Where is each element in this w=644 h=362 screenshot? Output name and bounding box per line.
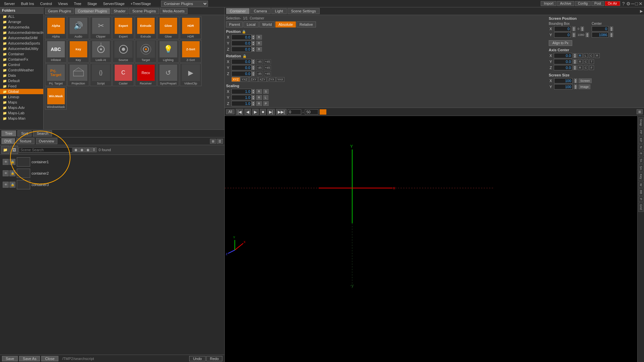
- shader-tab[interactable]: Shader: [111, 8, 128, 14]
- scale-z-r-btn[interactable]: R: [256, 101, 262, 106]
- scale-z-input[interactable]: [231, 101, 252, 106]
- scale-y-down[interactable]: ▼: [252, 98, 255, 100]
- ac-z-f-btn[interactable]: F: [589, 65, 594, 70]
- align-px-btn[interactable]: Align to Px: [549, 40, 572, 46]
- plugin-audio[interactable]: 🔊 Audio: [67, 16, 89, 39]
- plugin-lighting[interactable]: 💡 Lighting: [157, 40, 179, 63]
- view-grid2-btn[interactable]: ▦: [79, 147, 85, 152]
- bb-y-input[interactable]: [554, 32, 571, 38]
- container-plugins-tab[interactable]: Container Plugins: [75, 8, 110, 14]
- p-btn[interactable]: P: [638, 196, 644, 202]
- bb-x-up[interactable]: ▲: [572, 26, 576, 29]
- stop-btn[interactable]: ■: [260, 109, 266, 115]
- ac-z-up[interactable]: ▲: [573, 65, 577, 68]
- save-btn[interactable]: Save: [2, 356, 18, 361]
- view-grid1-btn[interactable]: ▦: [73, 147, 79, 152]
- plugin-syncprepart[interactable]: ↺ SyncPrepart: [157, 63, 179, 86]
- menu-views[interactable]: Views: [55, 1, 70, 6]
- rot-y-down[interactable]: ▼: [252, 68, 255, 70]
- ac-x-r2-btn[interactable]: R: [595, 53, 600, 58]
- plugin-prjtarget[interactable]: Prj.Target Prj. Target: [45, 63, 67, 86]
- plugin-receiver[interactable]: Recv Receiver: [135, 63, 157, 86]
- scale-x-up[interactable]: ▲: [252, 89, 255, 92]
- scale-x-down[interactable]: ▼: [252, 92, 255, 94]
- import-btn[interactable]: Import: [541, 1, 556, 6]
- grid-btn[interactable]: Grid: [638, 202, 644, 212]
- rot-x-down[interactable]: ▼: [252, 62, 255, 64]
- pos-x-up[interactable]: ▲: [252, 35, 255, 37]
- bb-y2-down[interactable]: ▼: [586, 35, 589, 37]
- all-viewport-btn[interactable]: All: [226, 109, 234, 114]
- folder-item-astucemediainteractive[interactable]: 📁AstucemediaInteractive: [0, 30, 43, 35]
- ac-y-r-btn[interactable]: R: [578, 59, 583, 64]
- scene-plugins-tab[interactable]: Scene Plugins: [129, 8, 159, 14]
- zyx-btn[interactable]: ZYX: [267, 77, 276, 82]
- folder-item-data[interactable]: 📁Data: [0, 73, 43, 78]
- ta-btn[interactable]: TA: [638, 157, 644, 164]
- plugin-hdr[interactable]: HDR HDR: [180, 16, 202, 39]
- center-x-up[interactable]: ▲: [610, 26, 613, 29]
- view-list-btn[interactable]: ☰: [91, 147, 97, 152]
- folder-item-astucemediashm[interactable]: 📁AstucemediaSHM: [0, 35, 43, 41]
- sort-tab[interactable]: Sort: [17, 130, 32, 136]
- pos-x-input[interactable]: [231, 35, 252, 40]
- keyframe-indicator[interactable]: [320, 109, 326, 115]
- bb-x-input[interactable]: [554, 26, 571, 32]
- center-y-input[interactable]: [592, 32, 608, 38]
- ac-z-c-btn[interactable]: C: [584, 65, 589, 70]
- settings-icon[interactable]: ⚙: [626, 1, 631, 6]
- center-y-down[interactable]: ▼: [610, 35, 613, 37]
- ac-x-input[interactable]: [554, 53, 572, 58]
- yxz-btn[interactable]: YXZ: [240, 77, 249, 82]
- scale-z-up[interactable]: ▲: [252, 101, 255, 104]
- scale-x-r-btn[interactable]: R: [256, 89, 262, 94]
- folder-item-default[interactable]: 📁Default: [0, 78, 43, 83]
- prev-key-btn[interactable]: |◀: [236, 109, 243, 115]
- n-btn[interactable]: N: [638, 144, 644, 150]
- rot-z-input[interactable]: [231, 71, 252, 76]
- folder-item-maps-man[interactable]: 📁Maps-Man: [0, 116, 43, 121]
- rot-x-input[interactable]: [231, 59, 252, 64]
- media-view-btn2[interactable]: ☰: [217, 139, 223, 144]
- plugin-target[interactable]: Target: [135, 40, 157, 63]
- post-btn[interactable]: Post: [591, 1, 604, 6]
- expand-viewport-btn[interactable]: ⊞: [637, 109, 643, 114]
- plugin-glow[interactable]: Glow Glow: [157, 16, 179, 39]
- kp-btn[interactable]: KP: [638, 136, 644, 144]
- frame-end-input[interactable]: [305, 109, 318, 115]
- plugin-lookat[interactable]: Look-At: [90, 40, 112, 63]
- center-x-input[interactable]: [592, 26, 608, 32]
- rot-z-down[interactable]: ▼: [252, 74, 255, 76]
- camera-tab[interactable]: Camera: [250, 8, 271, 14]
- rot-y-up[interactable]: ▲: [252, 65, 255, 68]
- menu-builtins[interactable]: Built Ins: [18, 1, 37, 6]
- ac-z-r-btn[interactable]: R: [578, 65, 583, 70]
- relative-btn[interactable]: Relative: [297, 21, 316, 27]
- plugin-expert[interactable]: Expert Expert: [112, 16, 134, 39]
- media-assets-tab[interactable]: Media Assets: [160, 8, 187, 14]
- plugin-source[interactable]: Source: [112, 40, 134, 63]
- pp-btn[interactable]: PP: [638, 128, 644, 136]
- close-window-icon[interactable]: ✕: [639, 1, 643, 6]
- ss-y-input[interactable]: [554, 84, 573, 89]
- bb-x2-up[interactable]: ▲: [581, 26, 584, 29]
- scale-y-l-btn[interactable]: L: [263, 95, 268, 100]
- snap-btn[interactable]: Snap: [638, 117, 644, 128]
- e-btn[interactable]: E: [638, 151, 644, 156]
- ac-y-c-btn[interactable]: C: [584, 59, 589, 64]
- bb-y-down[interactable]: ▼: [572, 35, 576, 37]
- plugin-caster[interactable]: C Caster: [112, 63, 134, 86]
- container-tab[interactable]: Container: [226, 8, 250, 14]
- pos-y-up[interactable]: ▲: [252, 41, 255, 43]
- folder-item-global[interactable]: 📁Global: [0, 89, 43, 94]
- pos-y-input[interactable]: [231, 41, 252, 46]
- folder-item-container[interactable]: 📁Container: [0, 51, 43, 57]
- undo-btn[interactable]: Undo: [189, 356, 205, 361]
- bb-x2-down[interactable]: ▼: [581, 29, 584, 31]
- pos-x-r-btn[interactable]: R: [256, 35, 262, 40]
- ac-y-input[interactable]: [554, 59, 572, 64]
- yxz2-btn[interactable]: YAX: [276, 77, 284, 82]
- ac-x-down[interactable]: ▼: [573, 56, 577, 58]
- pos-x-down[interactable]: ▼: [252, 37, 255, 40]
- plugin-projection[interactable]: Projection: [67, 63, 89, 86]
